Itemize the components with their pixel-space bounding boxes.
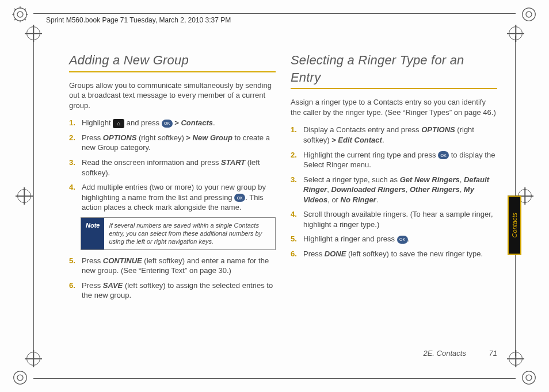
svg-point-13 <box>17 375 23 381</box>
heading-underline <box>291 88 497 89</box>
step-6: Press DONE (left softkey) to save the ne… <box>291 249 497 259</box>
step-4: Add multiple entries (two or more) to yo… <box>69 182 276 213</box>
svg-point-15 <box>526 375 532 381</box>
step-5: Press CONTINUE (left softkey) and enter … <box>69 256 276 276</box>
page-footer: 2E. Contacts 71 <box>423 349 497 358</box>
step-4: Scroll through available ringers. (To he… <box>291 209 497 229</box>
crop-target-icon <box>509 352 523 366</box>
note-box: Note If several numbers are saved within… <box>81 217 276 250</box>
ok-icon: OK <box>162 120 173 128</box>
note-label: Note <box>81 218 104 249</box>
intro-text: Groups allow you to communicate simultan… <box>69 80 276 111</box>
heading-ringer-type: Selecting a Ringer Type for an Entry <box>291 52 497 86</box>
svg-line-8 <box>25 9 26 10</box>
step-5: Highlight a ringer and press OK. <box>291 234 497 244</box>
step-1: Display a Contacts entry and press OPTIO… <box>291 125 497 145</box>
crop-target-icon <box>17 189 31 203</box>
footer-page-number: 71 <box>489 349 497 358</box>
left-column: Adding a New Group Groups allow you to c… <box>69 52 276 305</box>
heading-adding-group: Adding a New Group <box>69 52 276 69</box>
step-2: Highlight the current ring type and pres… <box>291 150 497 170</box>
right-column: Selecting a Ringer Type for an Entry Ass… <box>291 52 497 305</box>
reg-gear-icon <box>12 6 29 23</box>
home-icon: ⌂ <box>113 119 124 128</box>
svg-line-9 <box>14 19 16 21</box>
step-2: Press OPTIONS (right softkey) > New Grou… <box>69 133 276 153</box>
svg-line-6 <box>14 9 16 10</box>
step-6: Press SAVE (left softkey) to assign the … <box>69 280 276 301</box>
reg-gear-icon <box>520 369 537 386</box>
book-header: Sprint M560.book Page 71 Tuesday, March … <box>46 16 231 24</box>
intro-text: Assign a ringer type to a Contacts entry… <box>291 97 497 117</box>
ok-icon: OK <box>438 151 449 159</box>
svg-point-10 <box>523 8 536 21</box>
reg-gear-icon <box>12 369 29 386</box>
ok-icon: OK <box>397 236 408 244</box>
note-text: If several numbers are saved within a si… <box>104 218 275 249</box>
reg-gear-icon <box>520 6 537 23</box>
svg-point-1 <box>17 11 23 17</box>
svg-point-14 <box>523 371 536 385</box>
svg-line-7 <box>25 19 26 21</box>
svg-point-11 <box>526 11 532 17</box>
ok-icon: OK <box>234 194 245 202</box>
step-3: Select a ringer type, such as Get New Ri… <box>291 175 497 205</box>
crop-target-icon <box>509 26 523 40</box>
heading-underline <box>69 71 276 72</box>
section-tab: Contacts <box>508 195 521 255</box>
footer-section: 2E. Contacts <box>423 349 466 358</box>
step-1: Highlight ⌂ and press OK > Contacts. <box>69 118 276 128</box>
svg-point-12 <box>14 371 27 385</box>
step-3: Read the onscreen information and press … <box>69 157 276 178</box>
